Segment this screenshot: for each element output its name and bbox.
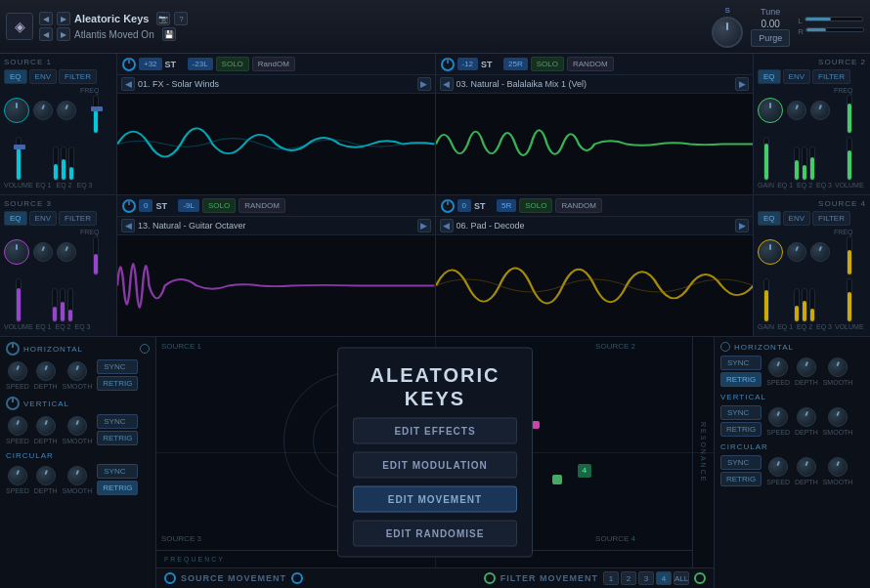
instrument4-solo-btn[interactable]: SOLO — [519, 198, 552, 213]
source3-volume-fader[interactable] — [16, 278, 22, 322]
page-btn-4[interactable]: 4 — [656, 571, 672, 585]
instrument4-next-btn[interactable]: ▶ — [735, 219, 749, 232]
source1-freq-fader[interactable] — [93, 95, 99, 134]
info-button[interactable]: ? — [174, 12, 188, 25]
instrument4-st-btn[interactable]: 0 — [457, 199, 471, 212]
lfo-right-v-sync-btn[interactable]: SYNC — [720, 405, 761, 420]
lfo-right-h-speed-knob[interactable] — [768, 357, 788, 377]
instrument3-next-btn[interactable]: ▶ — [417, 219, 431, 232]
lfo-right-c-smooth-knob[interactable] — [828, 457, 848, 477]
instrument3-prev-btn[interactable]: ◀ — [121, 219, 135, 232]
source4-volume-fader[interactable] — [763, 278, 769, 322]
filter-movement-refresh2-icon[interactable] — [694, 572, 706, 584]
lfo-left-v-smooth-knob[interactable] — [67, 416, 87, 436]
lfo-left-h-indicator[interactable] — [140, 344, 150, 354]
source3-eq3-fader[interactable] — [67, 288, 73, 322]
lfo-right-c-sync-btn[interactable]: SYNC — [720, 455, 761, 470]
source1-volume-fader[interactable] — [16, 137, 22, 181]
instrument3-lr-btn[interactable]: -9L — [178, 199, 199, 212]
source2-knob1[interactable] — [758, 98, 783, 123]
lfo-left-h-speed-knob[interactable] — [8, 361, 27, 381]
source-movement-refresh-icon[interactable] — [164, 572, 176, 584]
page-btn-1[interactable]: 1 — [603, 571, 619, 585]
source4-eq2-fader[interactable] — [802, 288, 807, 322]
lfo-right-h-indicator[interactable] — [720, 342, 730, 352]
source2-tab-filter[interactable]: FILTER — [812, 69, 850, 84]
next-song-button[interactable]: ▶ — [57, 27, 70, 41]
lfo-right-c-depth-knob[interactable] — [797, 457, 816, 477]
source3-tab-eq[interactable]: EQ — [4, 211, 27, 226]
source1-tab-filter[interactable]: FILTER — [59, 69, 97, 84]
source4-tab-env[interactable]: ENV — [783, 211, 810, 226]
source3-freq-fader[interactable] — [93, 236, 99, 275]
instrument3-random-btn[interactable]: RANDOM — [239, 198, 285, 213]
source2-tab-env[interactable]: ENV — [783, 69, 810, 84]
lfo-left-v-depth-knob[interactable] — [36, 416, 56, 436]
source2-eq1-fader[interactable] — [794, 147, 800, 181]
lfo-left-v-retrig-btn[interactable]: RETRIG — [97, 431, 138, 445]
instrument3-st-btn[interactable]: 0 — [139, 199, 152, 212]
source4-gain2-fader[interactable] — [847, 278, 852, 322]
instrument2-solo-btn[interactable]: SOLO — [531, 57, 564, 71]
instrument2-next-btn[interactable]: ▶ — [735, 77, 749, 91]
instrument4-random-btn[interactable]: RANDOM — [555, 198, 602, 213]
source-movement-refresh2-icon[interactable] — [291, 572, 303, 584]
source4-knob3[interactable] — [810, 242, 830, 262]
source4-freq-fader[interactable] — [847, 236, 852, 275]
source2-knob2[interactable] — [787, 101, 806, 120]
lfo-right-h-retrig-btn[interactable]: RETRIG — [720, 372, 761, 387]
lfo-left-h-retrig-btn[interactable]: RETRIG — [97, 376, 138, 391]
source2-tab-eq[interactable]: EQ — [758, 69, 781, 84]
instrument2-prev-btn[interactable]: ◀ — [440, 77, 454, 91]
prev-song-button[interactable]: ◀ — [39, 27, 53, 41]
xy-pad[interactable]: SOURCE 1 SOURCE 2 SOURCE 3 SOURCE 4 4 RE… — [156, 337, 714, 567]
instrument3-power[interactable] — [122, 199, 136, 213]
source1-tab-eq[interactable]: EQ — [4, 69, 27, 84]
instrument4-power[interactable] — [441, 199, 455, 213]
source1-eq1-fader[interactable] — [53, 147, 59, 181]
edit-effects-btn[interactable]: EDIT EFFECTS — [353, 418, 517, 444]
source2-gain-fader[interactable] — [847, 137, 852, 181]
source4-tab-eq[interactable]: EQ — [758, 211, 781, 226]
source2-eq3-fader[interactable] — [809, 147, 815, 181]
instrument2-power[interactable] — [441, 58, 455, 71]
lfo-right-h-smooth-knob[interactable] — [828, 357, 848, 377]
source2-freq-fader[interactable] — [847, 95, 852, 134]
lfo-left-v-power[interactable] — [6, 397, 20, 410]
source3-tab-env[interactable]: ENV — [29, 211, 57, 226]
lfo-right-h-depth-knob[interactable] — [797, 357, 816, 377]
filter-movement-refresh-icon[interactable] — [484, 572, 496, 584]
lfo-right-v-smooth-knob[interactable] — [828, 407, 848, 427]
lfo-left-h-depth-knob[interactable] — [36, 361, 56, 381]
instrument1-solo-btn[interactable]: SOLO — [216, 57, 249, 71]
purge-button[interactable]: Purge — [751, 29, 790, 47]
source4-eq3-fader[interactable] — [809, 288, 815, 322]
next-preset-button[interactable]: ▶ — [57, 12, 70, 25]
lfo-right-v-speed-knob[interactable] — [768, 407, 788, 427]
lfo-right-v-retrig-btn[interactable]: RETRIG — [720, 422, 761, 437]
source4-knob2[interactable] — [787, 242, 806, 262]
instrument1-power[interactable] — [122, 58, 136, 71]
lfo-left-c-retrig-btn[interactable]: RETRIG — [97, 481, 138, 495]
capture-button[interactable]: 📷 — [156, 12, 170, 25]
lfo-left-v-sync-btn[interactable]: SYNC — [97, 414, 138, 429]
source1-knob1[interactable] — [4, 98, 29, 123]
lfo-right-c-retrig-btn[interactable]: RETRIG — [720, 472, 761, 486]
logo-button[interactable]: ◈ — [6, 13, 33, 40]
xy-dot-source4[interactable] — [552, 475, 562, 484]
source3-tab-filter[interactable]: FILTER — [59, 211, 97, 226]
prev-preset-button[interactable]: ◀ — [39, 12, 53, 25]
lfo-right-h-sync-btn[interactable]: SYNC — [720, 356, 761, 370]
source1-knob3[interactable] — [57, 101, 76, 120]
instrument3-solo-btn[interactable]: SOLO — [202, 198, 236, 213]
lfo-left-c-sync-btn[interactable]: SYNC — [97, 464, 138, 479]
edit-modulation-btn[interactable]: EDIT MODULATION — [353, 452, 517, 479]
instrument4-prev-btn[interactable]: ◀ — [440, 219, 454, 232]
instrument1-prev-btn[interactable]: ◀ — [121, 77, 135, 91]
lfo-left-h-smooth-knob[interactable] — [67, 361, 87, 381]
page-btn-all[interactable]: ALL — [674, 571, 689, 585]
tune-knob[interactable] — [712, 17, 743, 48]
source3-knob3[interactable] — [57, 242, 76, 262]
song-save-button[interactable]: 💾 — [162, 27, 176, 41]
lfo-left-c-depth-knob[interactable] — [36, 466, 56, 485]
